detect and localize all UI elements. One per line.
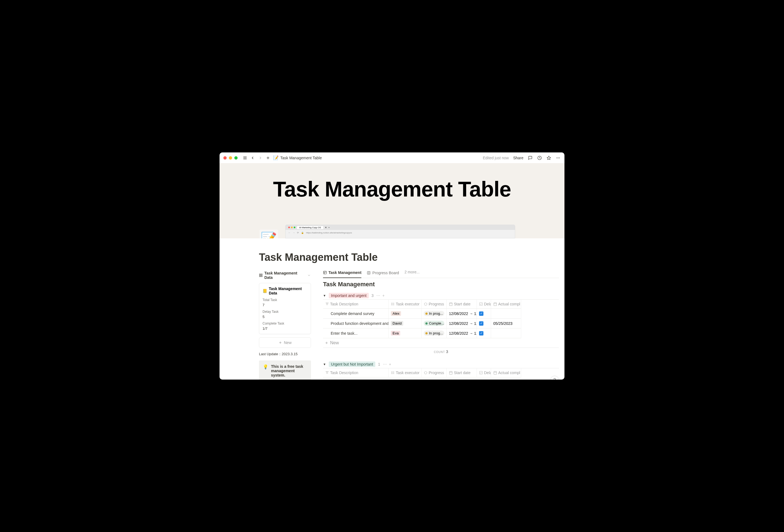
checkbox-checked-icon[interactable]: ✓ (479, 321, 483, 326)
cell-progress[interactable]: In prog... (422, 328, 447, 338)
cell-start-date[interactable]: 12/08/2022 → 12 (447, 318, 477, 328)
complete-task-value: 1/7 (262, 327, 307, 331)
col-progress[interactable]: Progress (429, 302, 444, 306)
cell-start-date[interactable]: 12/08/2022 → 12 (447, 309, 477, 318)
minimize-window-icon[interactable] (229, 156, 232, 160)
group-toggle-icon[interactable]: ▼ (323, 363, 326, 366)
cell-progress[interactable]: Comple... (422, 318, 447, 328)
calendar-icon (493, 302, 497, 306)
group-tag[interactable]: Important and urgent (329, 293, 369, 298)
cell-executor[interactable]: David (389, 318, 422, 328)
col-actual-complete[interactable]: Actual compl (498, 302, 520, 306)
share-button[interactable]: Share (513, 156, 523, 160)
close-window-icon[interactable] (223, 156, 227, 160)
maximize-window-icon[interactable] (234, 156, 237, 160)
forward-icon[interactable] (258, 156, 263, 160)
list-icon (391, 302, 395, 306)
group-tag[interactable]: Urgent but Not Important (329, 362, 375, 367)
database-area: Task Management Progress Board 2 more...… (323, 269, 564, 380)
col-delay[interactable]: Delay (484, 302, 491, 306)
svg-rect-16 (324, 271, 327, 274)
more-icon[interactable] (556, 156, 561, 160)
more-views[interactable]: 2 more... (404, 270, 420, 277)
col-description[interactable]: Task Description (330, 302, 358, 306)
svg-point-25 (391, 303, 392, 303)
window-controls (223, 156, 237, 160)
cell-executor[interactable]: Eva (389, 328, 422, 338)
callout-text: This is a free task management system. (271, 364, 307, 377)
cell-delay[interactable]: ✓ (477, 309, 491, 318)
cell-actual[interactable] (491, 328, 521, 338)
new-page-icon[interactable] (265, 156, 271, 160)
group-add-icon[interactable]: + (383, 293, 385, 298)
col-executor[interactable]: Task executor (396, 302, 419, 306)
cell-start-date[interactable]: 12/08/2022 → 12 (447, 328, 477, 338)
spinner-icon (424, 302, 427, 306)
calendar-icon (449, 302, 453, 306)
back-icon[interactable] (250, 156, 255, 160)
svg-point-56 (426, 373, 427, 374)
lightbulb-icon: 💡 (263, 364, 268, 377)
text-icon (325, 302, 329, 306)
svg-marker-6 (547, 156, 551, 160)
sidebar-toggle-icon[interactable] (243, 156, 248, 160)
favorite-icon[interactable] (547, 156, 551, 160)
cell-delay[interactable]: ✓ (477, 318, 491, 328)
col-executor[interactable]: Task executor (396, 370, 419, 375)
svg-point-59 (424, 372, 425, 373)
cell-description[interactable]: Product function development and d (323, 318, 389, 328)
svg-rect-36 (449, 303, 452, 306)
cell-delay[interactable]: ✓ (477, 328, 491, 338)
page-content: Task Management Table Task Management Da… (220, 239, 564, 380)
col-start-date[interactable]: Start date (454, 302, 471, 306)
svg-rect-13 (261, 276, 262, 277)
svg-rect-66 (494, 371, 497, 374)
group-important-urgent: ▼ Important and urgent 3 ⋯ + Task Descri… (323, 292, 559, 356)
total-task-value: 7 (262, 303, 307, 307)
cell-executor[interactable]: Alex (389, 309, 422, 318)
col-start-date[interactable]: Start date (454, 370, 471, 375)
comments-icon[interactable] (528, 156, 533, 160)
tab-task-management[interactable]: Task Management (323, 269, 361, 278)
group-urgent-not-important: ▼ Urgent but Not Important 1 ⋯ + Task De… (323, 360, 559, 380)
group-more-icon[interactable]: ⋯ (383, 362, 387, 366)
col-delay[interactable]: Delay (484, 370, 491, 375)
summary-card[interactable]: 📒 Task Management Data Total Task 7 Dela… (259, 283, 311, 334)
svg-point-28 (425, 303, 426, 303)
svg-point-8 (558, 157, 559, 158)
svg-point-34 (424, 304, 425, 304)
group-toggle-icon[interactable]: ▼ (323, 294, 326, 297)
new-row-button[interactable]: New (323, 338, 559, 348)
svg-rect-12 (259, 276, 261, 277)
col-description[interactable]: Task Description (330, 370, 358, 375)
updates-icon[interactable] (537, 156, 542, 160)
svg-point-7 (557, 157, 557, 158)
group-add-icon[interactable]: + (389, 362, 391, 366)
checkbox-checked-icon[interactable]: ✓ (479, 331, 483, 336)
group-more-icon[interactable]: ⋯ (376, 293, 380, 298)
svg-rect-61 (449, 371, 452, 374)
page-icon[interactable]: 📝 (259, 230, 278, 239)
group-footer: COUNT 3 (323, 348, 559, 356)
page-title[interactable]: Task Management Table (220, 252, 564, 269)
cell-progress[interactable]: In prog... (422, 309, 447, 318)
breadcrumb[interactable]: 📝 Task Management Table (273, 155, 322, 160)
group-count: 1 (378, 362, 380, 366)
new-card-button[interactable]: New (259, 337, 311, 348)
sidebar-view-tab[interactable]: Task Management Data (259, 269, 311, 283)
cell-actual[interactable]: 05/25/2023 (491, 318, 521, 328)
checkbox-icon (479, 302, 483, 306)
topbar: 📝 Task Management Table Edited just now … (220, 152, 564, 163)
checkbox-checked-icon[interactable]: ✓ (479, 311, 483, 316)
svg-point-52 (391, 373, 392, 374)
tab-progress-board[interactable]: Progress Board (367, 269, 399, 278)
cell-actual[interactable] (491, 309, 521, 318)
chevron-down-icon (307, 273, 311, 277)
col-actual-complete[interactable]: Actual compl (498, 370, 520, 375)
cell-description[interactable]: Complete demand survey (323, 309, 389, 318)
database-title[interactable]: Task Management (323, 281, 559, 288)
cell-description[interactable]: Enter the task... (323, 328, 389, 338)
cover-image[interactable]: Task Management Table AI Marketing Copy … (220, 163, 564, 239)
col-progress[interactable]: Progress (429, 370, 444, 375)
callout[interactable]: 💡 This is a free task management system. (259, 360, 311, 380)
